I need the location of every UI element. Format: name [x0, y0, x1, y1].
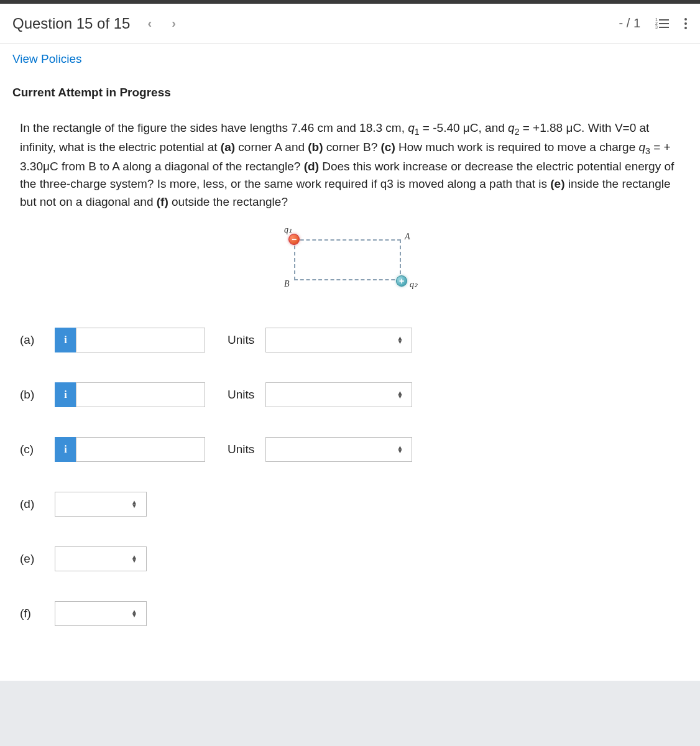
- question-number: Question 15 of 15: [12, 15, 130, 32]
- answer-row-a: (a) i Units ▲▼: [20, 328, 680, 352]
- attempt-status: Current Attempt in Progress: [0, 75, 700, 104]
- chevron-updown-icon: ▲▼: [397, 446, 403, 453]
- more-menu-icon[interactable]: [684, 17, 688, 30]
- units-select-a[interactable]: ▲▼: [265, 328, 412, 352]
- question-text: In the rectangle of the figure the sides…: [20, 119, 680, 211]
- units-label: Units: [228, 388, 254, 402]
- info-icon[interactable]: i: [55, 382, 76, 407]
- part-label-e: (e): [20, 552, 55, 566]
- view-policies-link[interactable]: View Policies: [12, 52, 82, 65]
- chevron-updown-icon: ▲▼: [397, 336, 403, 344]
- part-label-a: (a): [20, 333, 55, 347]
- answer-select-d[interactable]: ▲▼: [55, 492, 147, 517]
- figure-label-q2: q₂: [410, 279, 418, 290]
- prev-question-button[interactable]: ‹: [142, 14, 157, 33]
- answer-row-c: (c) i Units ▲▼: [20, 437, 680, 462]
- figure-label-A: A: [405, 232, 410, 242]
- svg-point-6: [684, 18, 687, 21]
- units-select-b[interactable]: ▲▼: [265, 382, 412, 407]
- next-question-button[interactable]: ›: [167, 14, 181, 33]
- answer-input-b[interactable]: [76, 382, 205, 407]
- units-select-c[interactable]: ▲▼: [265, 437, 412, 462]
- answer-input-a[interactable]: [76, 328, 205, 352]
- part-label-c: (c): [20, 443, 55, 456]
- list-icon[interactable]: 1 2 3: [655, 18, 669, 29]
- figure-label-B: B: [284, 279, 290, 289]
- chevron-updown-icon: ▲▼: [397, 391, 403, 398]
- svg-point-7: [684, 22, 687, 25]
- figure-label-q1: q₁: [284, 224, 292, 235]
- answer-select-f[interactable]: ▲▼: [55, 601, 147, 626]
- units-label: Units: [228, 333, 254, 347]
- info-icon[interactable]: i: [55, 328, 76, 352]
- units-label: Units: [228, 443, 254, 456]
- question-figure: − + q₁ A B q₂: [282, 228, 418, 290]
- question-header: Question 15 of 15 ‹ › - / 1 1 2 3: [0, 4, 700, 44]
- answer-row-f: (f) ▲▼: [20, 601, 680, 626]
- answer-select-e[interactable]: ▲▼: [55, 546, 147, 571]
- part-label-b: (b): [20, 388, 55, 402]
- charge-q2-icon: +: [396, 275, 407, 287]
- answer-row-e: (e) ▲▼: [20, 546, 680, 571]
- answer-row-b: (b) i Units ▲▼: [20, 382, 680, 407]
- chevron-updown-icon: ▲▼: [131, 610, 137, 617]
- answer-input-c[interactable]: [76, 437, 205, 462]
- chevron-updown-icon: ▲▼: [131, 555, 137, 563]
- part-label-d: (d): [20, 497, 55, 511]
- svg-text:3: 3: [655, 25, 658, 29]
- charge-q1-icon: −: [288, 234, 300, 245]
- info-icon[interactable]: i: [55, 437, 76, 462]
- answer-row-d: (d) ▲▼: [20, 492, 680, 517]
- chevron-updown-icon: ▲▼: [131, 500, 137, 508]
- score-display: - / 1: [619, 16, 640, 30]
- svg-point-8: [684, 27, 687, 29]
- part-label-f: (f): [20, 607, 55, 620]
